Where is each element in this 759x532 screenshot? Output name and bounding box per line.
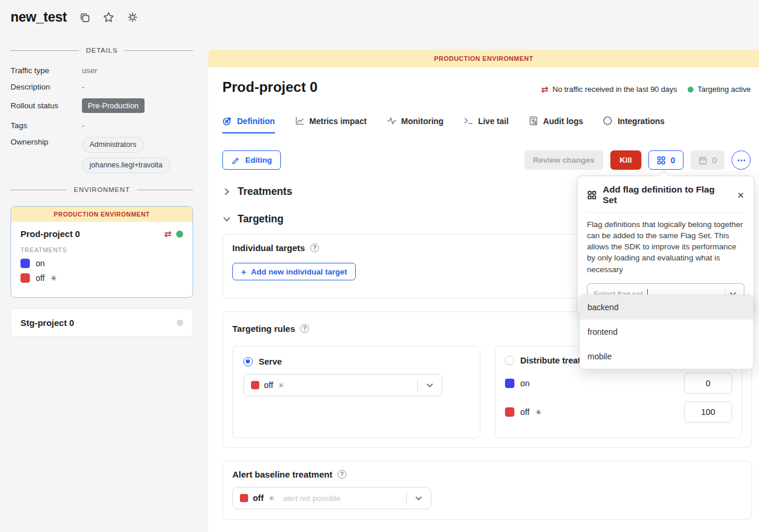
default-treatment-icon: ✳ <box>269 495 275 502</box>
default-treatment-icon: ✳ <box>278 382 284 389</box>
flag-set-options-dropdown: backend frontend mobile <box>579 294 754 369</box>
environment-divider: ENVIRONMENT <box>11 186 193 193</box>
toolbar-actions: Review changes Kill 0 0 <box>524 150 751 170</box>
distribute-row-off: off ✳ <box>505 401 732 423</box>
editing-button[interactable]: Editing <box>222 150 281 170</box>
kill-button[interactable]: Kill <box>610 150 641 170</box>
tab-metrics-impact[interactable]: Metrics impact <box>295 116 367 133</box>
sidebar: DETAILS Traffic type user Description - … <box>11 47 193 337</box>
serve-radio-row[interactable]: Serve <box>243 357 469 366</box>
help-icon[interactable]: ? <box>338 470 346 479</box>
flag-sets-count: 0 <box>671 156 675 165</box>
owner-pill[interactable]: Administrators <box>82 137 144 153</box>
details-title: DETAILS <box>86 47 118 54</box>
production-environment-card[interactable]: PRODUCTION ENVIRONMENT Prod-project 0 ⇄ … <box>11 206 193 298</box>
radio-selected[interactable] <box>243 357 253 366</box>
schedule-count: 0 <box>712 156 717 165</box>
treatment-off-swatch <box>251 381 259 389</box>
alert-baseline-card: Alert baseline treatment ? off ✳ alert n… <box>222 461 752 520</box>
default-treatment-icon: ✳ <box>50 274 57 282</box>
field-tags: Tags - <box>11 121 193 131</box>
more-actions-button[interactable] <box>731 150 751 170</box>
plus-icon: + <box>241 267 246 277</box>
help-icon[interactable]: ? <box>300 324 309 333</box>
tab-definition[interactable]: Definition <box>222 116 275 133</box>
star-icon[interactable] <box>102 11 115 23</box>
no-traffic-icon: ⇄ <box>164 229 171 238</box>
chevron-down-icon <box>222 215 231 224</box>
popover-title: Add flag definition to Flag Set <box>603 184 731 205</box>
owner-pill[interactable]: johannes.liegl+travolta <box>82 157 170 173</box>
targeting-section-toggle[interactable]: Targeting <box>222 213 283 225</box>
app-header: new_test <box>11 9 139 25</box>
treatment-on-row: on <box>20 259 183 268</box>
no-traffic-icon: ⇄ <box>541 85 548 94</box>
details-divider: DETAILS <box>11 47 193 54</box>
field-traffic-type: Traffic type user <box>11 66 193 75</box>
alert-baseline-select[interactable]: off ✳ alert not possible <box>232 487 431 509</box>
flag-sets-button[interactable]: 0 <box>648 150 684 170</box>
copy-icon[interactable] <box>78 11 91 23</box>
tab-audit-logs[interactable]: Audit logs <box>528 116 583 133</box>
review-changes-button[interactable]: Review changes <box>524 150 603 170</box>
ellipsis-icon <box>737 156 746 165</box>
chevron-down-icon <box>425 380 435 390</box>
treatment-on-swatch <box>20 259 30 268</box>
gear-icon[interactable] <box>126 11 139 23</box>
puzzle-icon <box>603 116 613 126</box>
production-environment-banner: PRODUCTION ENVIRONMENT <box>11 207 193 222</box>
field-description: Description - <box>11 82 193 92</box>
audit-log-icon <box>528 116 538 126</box>
help-icon[interactable]: ? <box>310 243 319 252</box>
schedule-button[interactable]: 0 <box>691 150 724 170</box>
treatment-off-swatch <box>20 273 30 283</box>
tab-bar: Definition Metrics impact Monitoring Liv… <box>222 116 665 133</box>
tab-live-tail[interactable]: Live tail <box>463 116 509 133</box>
chart-icon <box>295 116 305 126</box>
status-row: ⇄ No traffic received in the last 90 day… <box>541 85 751 94</box>
serve-option-card: Serve off ✳ <box>232 346 480 438</box>
treatment-off-swatch <box>240 494 248 502</box>
option-frontend[interactable]: frontend <box>580 320 753 344</box>
targeting-rules-title: Targeting rules <box>232 324 295 334</box>
treatments-label: TREATMENTS <box>20 246 183 253</box>
field-ownership: Ownership Administrators johannes.liegl+… <box>11 137 193 173</box>
treatments-section-toggle[interactable]: Treatments <box>222 186 292 198</box>
treatment-on-swatch <box>505 379 514 388</box>
distribute-row-on: on <box>505 373 732 394</box>
chevron-down-icon <box>414 493 424 503</box>
targeting-inactive-dot <box>177 320 183 326</box>
details-fields: Traffic type user Description - Rollout … <box>11 66 193 173</box>
terminal-icon <box>463 116 473 126</box>
treatment-off-row: off ✳ <box>20 273 183 283</box>
default-treatment-icon: ✳ <box>535 409 542 416</box>
page-title: Prod-project 0 <box>222 79 318 95</box>
popover-description: Flag definitions that logically belong t… <box>587 219 744 275</box>
staging-environment-card[interactable]: Stg-project 0 <box>11 308 193 337</box>
environment-title: ENVIRONMENT <box>74 186 130 193</box>
treatment-off-swatch <box>505 407 514 417</box>
grid-icon <box>657 156 666 165</box>
add-individual-target-button[interactable]: + Add new individual target <box>232 263 356 280</box>
field-rollout-status: Rollout status Pre-Production <box>11 98 193 113</box>
option-mobile[interactable]: mobile <box>580 344 753 369</box>
serve-treatment-select[interactable]: off ✳ <box>243 374 442 396</box>
stg-environment-name: Stg-project 0 <box>20 318 177 328</box>
close-icon[interactable]: ✕ <box>737 191 744 200</box>
pulse-icon <box>387 116 397 126</box>
radio-unselected[interactable] <box>505 356 514 365</box>
targeting-active-dot <box>176 231 183 238</box>
option-backend[interactable]: backend <box>580 295 753 320</box>
tab-monitoring[interactable]: Monitoring <box>387 116 444 133</box>
prod-environment-name: Prod-project 0 <box>20 229 80 239</box>
percentage-input-on[interactable] <box>684 373 732 394</box>
alert-not-possible-note: alert not possible <box>283 494 340 503</box>
alert-baseline-title: Alert baseline treatment <box>232 469 332 479</box>
targeting-active-dot <box>688 87 693 92</box>
grid-icon <box>587 190 597 200</box>
traffic-status: ⇄ No traffic received in the last 90 day… <box>541 85 677 94</box>
percentage-input-off[interactable] <box>684 401 732 423</box>
tab-integrations[interactable]: Integrations <box>603 116 664 133</box>
individual-targets-title: Individual targets <box>232 243 305 253</box>
rollout-status-badge: Pre-Production <box>82 98 145 113</box>
